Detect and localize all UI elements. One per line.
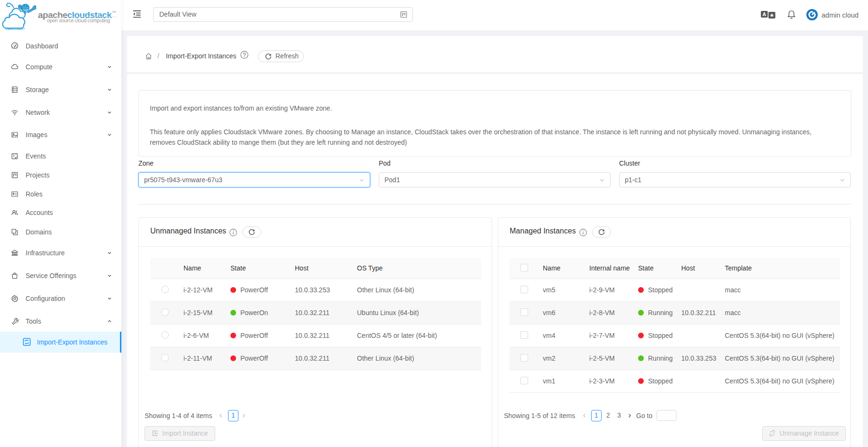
svg-text:★: ★: [769, 12, 774, 18]
svg-text:A: A: [762, 11, 766, 17]
